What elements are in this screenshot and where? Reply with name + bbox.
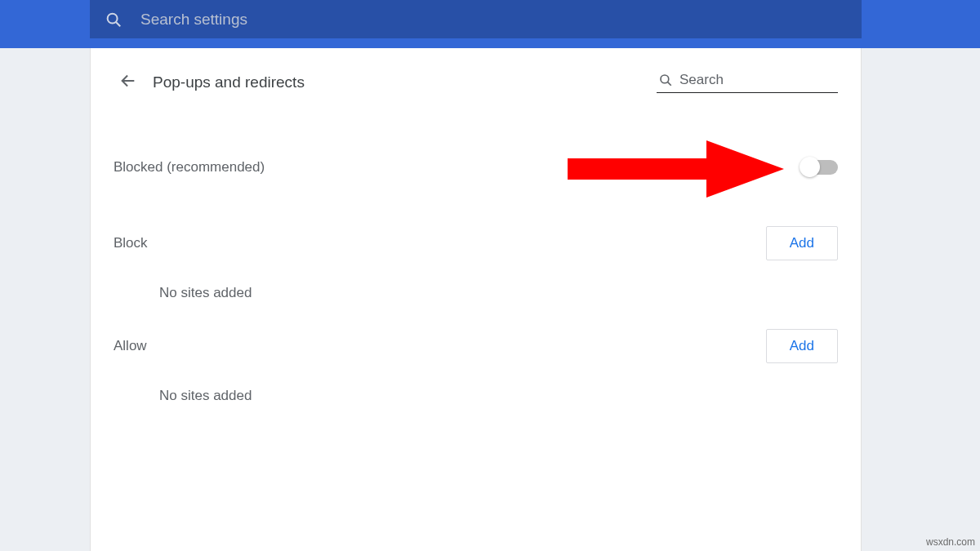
blocked-toggle[interactable]	[802, 160, 838, 175]
allow-section-title: Allow	[114, 338, 147, 354]
block-section: Block Add No sites added	[114, 226, 838, 301]
search-icon	[105, 11, 122, 29]
svg-line-4	[668, 82, 671, 86]
svg-line-1	[116, 22, 120, 26]
global-search-bar[interactable]	[90, 0, 862, 38]
settings-panel: Pop-ups and redirects Blocked (recommend…	[90, 48, 862, 551]
top-bar	[0, 0, 980, 48]
toggle-knob	[800, 157, 820, 177]
inline-search[interactable]	[657, 72, 838, 93]
block-add-button[interactable]: Add	[766, 226, 838, 260]
arrow-left-icon	[119, 72, 137, 93]
block-section-title: Block	[114, 235, 148, 251]
allow-empty-text: No sites added	[159, 388, 838, 404]
page-header: Pop-ups and redirects	[114, 68, 838, 97]
block-empty-text: No sites added	[159, 285, 838, 301]
block-section-header: Block Add	[114, 226, 838, 260]
blocked-label: Blocked (recommended)	[114, 159, 265, 176]
blocked-toggle-row: Blocked (recommended)	[114, 136, 838, 198]
global-search-input[interactable]	[140, 11, 630, 29]
page-header-left: Pop-ups and redirects	[114, 68, 305, 97]
allow-section-header: Allow Add	[114, 329, 838, 363]
search-icon	[658, 73, 673, 87]
watermark: wsxdn.com	[926, 536, 975, 548]
inline-search-input[interactable]	[679, 72, 838, 88]
allow-section: Allow Add No sites added	[114, 329, 838, 404]
back-button[interactable]	[114, 68, 143, 97]
svg-point-0	[108, 13, 118, 23]
page-title: Pop-ups and redirects	[153, 73, 305, 91]
allow-add-button[interactable]: Add	[766, 329, 838, 363]
svg-point-3	[661, 75, 669, 83]
